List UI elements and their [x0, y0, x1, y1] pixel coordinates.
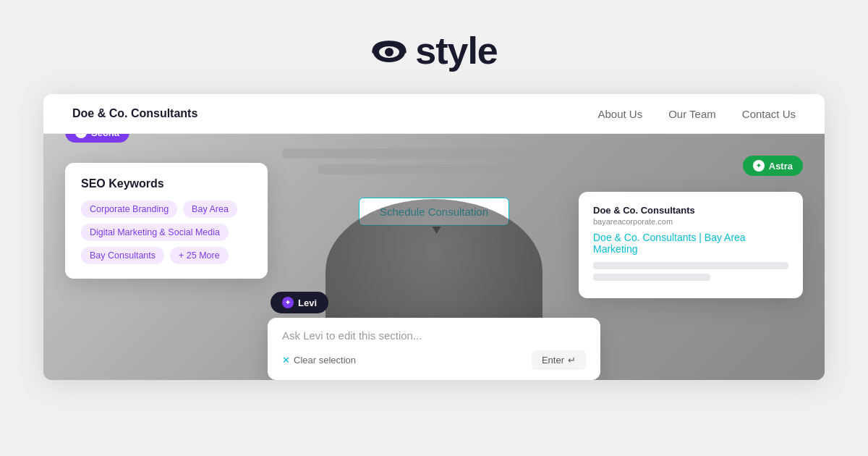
- nav-about-us[interactable]: About Us: [598, 108, 643, 120]
- nav-bar: Doe & Co. Consultants About Us Our Team …: [43, 94, 825, 134]
- astra-badge: ✦ Astra: [743, 156, 803, 176]
- nav-links: About Us Our Team Contact Us: [598, 108, 796, 120]
- astra-badge-label: Astra: [769, 161, 793, 172]
- seo-tag-corporate-branding[interactable]: Corporate Branding: [81, 200, 177, 218]
- seo-tags-container: Corporate Branding Bay Area Digital Mark…: [81, 200, 252, 264]
- levi-chat-box: Ask Levi to edit this section... ✕ Clear…: [268, 318, 600, 380]
- logo-area: style: [0, 0, 868, 94]
- levi-input-placeholder[interactable]: Ask Levi to edit this section...: [282, 329, 586, 342]
- seo-results-card: Doe & Co. Consultants bayareacorporate.c…: [579, 192, 803, 298]
- seona-badge-icon: ✦: [75, 134, 87, 138]
- nav-brand: Doe & Co. Consultants: [72, 107, 197, 120]
- levi-actions: ✕ Clear selection Enter ↵: [282, 350, 586, 370]
- hero-bars: [282, 134, 586, 174]
- seo-keywords-card: SEO Keywords Corporate Branding Bay Area…: [65, 163, 268, 279]
- seo-card-title: SEO Keywords: [81, 177, 252, 190]
- logo-container: style: [370, 29, 498, 72]
- logo-text: style: [415, 29, 498, 72]
- nav-contact-us[interactable]: Contact Us: [742, 108, 796, 120]
- clear-selection-label: Clear selection: [294, 355, 356, 366]
- levi-badge-label: Levi: [298, 297, 317, 308]
- style-logo-icon: [370, 38, 408, 64]
- levi-badge-icon: ✦: [282, 297, 294, 308]
- seona-badge-label: Seona: [91, 134, 119, 138]
- results-bar-1: [593, 262, 788, 269]
- browser-content: Doe & Co. Consultants About Us Our Team …: [43, 94, 825, 380]
- clear-selection-button[interactable]: ✕ Clear selection: [282, 355, 356, 366]
- enter-label: Enter: [542, 355, 564, 366]
- seo-tag-more[interactable]: + 25 More: [170, 247, 229, 264]
- clear-x-icon: ✕: [282, 355, 290, 366]
- seona-badge: ✦ Seona: [65, 134, 129, 143]
- results-title: Doe & Co. Consultants | Bay Area Marketi…: [593, 232, 788, 255]
- seo-tag-bay-consultants[interactable]: Bay Consultants: [81, 247, 164, 264]
- seo-tag-bay-area[interactable]: Bay Area: [183, 200, 237, 218]
- enter-key-icon: ↵: [568, 355, 576, 366]
- browser-window: Doe & Co. Consultants About Us Our Team …: [43, 94, 825, 380]
- levi-widget: ✦ Levi Ask Levi to edit this section... …: [268, 292, 600, 380]
- nav-our-team[interactable]: Our Team: [668, 108, 716, 120]
- results-bar-2: [593, 274, 710, 281]
- results-url: bayareacorporate.com: [593, 217, 788, 226]
- results-brand: Doe & Co. Consultants: [593, 205, 788, 216]
- astra-badge-icon: ✦: [753, 160, 765, 172]
- seo-tag-digital-marketing[interactable]: Digital Marketing & Social Media: [81, 224, 229, 241]
- hero-bar-2: [318, 164, 550, 174]
- hero-section: Schedule Consultation ✦ Seona SEO Keywor…: [43, 134, 825, 380]
- hero-bar-1: [282, 148, 586, 159]
- levi-badge: ✦ Levi: [271, 292, 328, 313]
- svg-point-2: [385, 48, 393, 56]
- enter-button[interactable]: Enter ↵: [532, 350, 586, 370]
